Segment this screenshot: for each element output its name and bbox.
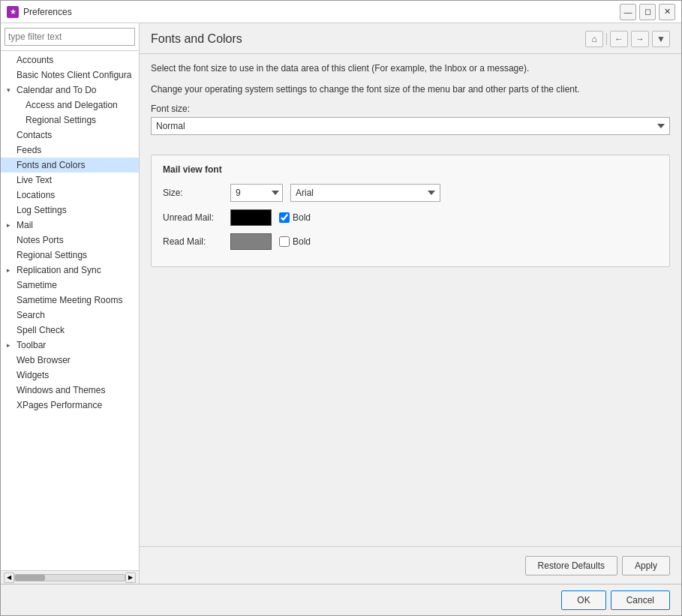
sidebar-label-spell-check: Spell Check xyxy=(17,325,65,335)
bottom-bar: Restore Defaults Apply xyxy=(140,546,681,584)
sidebar-item-regional-settings[interactable]: Regional Settings xyxy=(1,248,139,263)
sidebar-item-xpages[interactable]: XPages Performance xyxy=(1,398,139,413)
sidebar-label-fonts-colors: Fonts and Colors xyxy=(17,160,85,170)
panel-toolbar: ⌂ ← → ▼ xyxy=(585,31,670,47)
sidebar-item-notes-ports[interactable]: Notes Ports xyxy=(1,233,139,248)
window-controls: — ◻ ✕ xyxy=(620,4,675,20)
minimize-button[interactable]: — xyxy=(620,4,636,20)
unread-mail-label: Unread Mail: xyxy=(163,212,223,223)
sidebar-label-accounts: Accounts xyxy=(17,55,53,65)
scroll-left-btn[interactable]: ◀ xyxy=(4,572,14,583)
unread-color-swatch[interactable] xyxy=(230,209,272,226)
sidebar-scrollbar-area: ◀ ▶ xyxy=(1,570,139,584)
scroll-right-arrow[interactable]: ▶ xyxy=(125,572,136,583)
sidebar-label-live-text: Live Text xyxy=(17,175,52,185)
sidebar-item-live-text[interactable]: Live Text xyxy=(1,173,139,188)
sidebar-item-web-browser[interactable]: Web Browser xyxy=(1,353,139,368)
sidebar-item-basic-notes[interactable]: Basic Notes Client Configura xyxy=(1,68,139,83)
sidebar-item-spell-check[interactable]: Spell Check xyxy=(1,323,139,338)
size-select[interactable]: 7891011121416 xyxy=(230,184,283,202)
sidebar-label-windows-themes: Windows and Themes xyxy=(17,385,106,395)
sidebar-label-access-delegation: Access and Delegation xyxy=(26,100,118,110)
mail-view-title: Mail view font xyxy=(163,164,658,175)
scroll-left-arrow[interactable]: ◀ xyxy=(4,572,14,583)
size-label: Size: xyxy=(163,188,223,198)
mail-view-section: Mail view font Size: 7891011121416 Arial… xyxy=(151,155,670,267)
apply-button[interactable]: Apply xyxy=(622,556,670,575)
sidebar-item-access-delegation[interactable]: Access and Delegation xyxy=(1,98,139,113)
read-color-swatch[interactable] xyxy=(230,233,272,250)
sidebar-item-windows-themes[interactable]: Windows and Themes xyxy=(1,383,139,398)
unread-bold-text: Bold xyxy=(293,212,311,223)
read-mail-row: Read Mail: Bold xyxy=(163,233,658,250)
read-bold-checkbox[interactable] xyxy=(279,236,290,247)
font-size-select[interactable]: SmallNormalLargeExtra Large xyxy=(151,117,670,135)
sidebar-item-accounts[interactable]: Accounts xyxy=(1,53,139,68)
app-icon: ★ xyxy=(7,6,19,18)
home-button[interactable]: ⌂ xyxy=(585,31,603,47)
main-content: AccountsBasic Notes Client Configura▾Cal… xyxy=(1,23,681,584)
font-select[interactable]: ArialTimes New RomanCourier NewVerdanaTa… xyxy=(290,184,440,202)
sidebar-label-regional-settings-cal: Regional Settings xyxy=(26,115,96,125)
font-size-label: Font size: xyxy=(151,104,670,114)
sidebar-label-contacts: Contacts xyxy=(17,130,52,140)
title-bar: ★ Preferences — ◻ ✕ xyxy=(1,1,681,23)
scrollbar-thumb[interactable] xyxy=(15,575,45,581)
sidebar-label-search: Search xyxy=(17,310,45,320)
sidebar-item-widgets[interactable]: Widgets xyxy=(1,368,139,383)
sidebar-item-calendar[interactable]: ▾Calendar and To Do xyxy=(1,83,139,98)
back-button[interactable]: ← xyxy=(610,31,628,47)
read-mail-label: Read Mail: xyxy=(163,236,223,247)
dropdown-button[interactable]: ▼ xyxy=(652,31,670,47)
restore-defaults-button[interactable]: Restore Defaults xyxy=(525,556,617,575)
read-bold-label: Bold xyxy=(279,236,311,247)
sidebar-item-locations[interactable]: Locations xyxy=(1,188,139,203)
sidebar-item-sametime-meeting[interactable]: Sametime Meeting Rooms xyxy=(1,293,139,308)
sidebar-item-feeds[interactable]: Feeds xyxy=(1,143,139,158)
sidebar-item-regional-settings-cal[interactable]: Regional Settings xyxy=(1,113,139,128)
sidebar: AccountsBasic Notes Client Configura▾Cal… xyxy=(1,23,140,584)
expand-arrow-calendar: ▾ xyxy=(7,86,14,94)
unread-bold-checkbox[interactable] xyxy=(279,212,290,223)
sidebar-label-widgets: Widgets xyxy=(17,370,49,380)
panel-title: Fonts and Colors xyxy=(151,32,242,46)
sidebar-label-sametime-meeting: Sametime Meeting Rooms xyxy=(17,295,122,305)
sidebar-label-basic-notes: Basic Notes Client Configura xyxy=(17,70,131,80)
sidebar-item-sametime[interactable]: Sametime xyxy=(1,278,139,293)
ok-button[interactable]: OK xyxy=(561,590,605,610)
size-font-row: Size: 7891011121416 ArialTimes New Roman… xyxy=(163,184,658,202)
toolbar-separator xyxy=(606,33,607,45)
main-panel: Fonts and Colors ⌂ ← → ▼ Select the font… xyxy=(140,23,681,584)
sidebar-item-fonts-colors[interactable]: Fonts and Colors xyxy=(1,158,139,173)
sidebar-label-notes-ports: Notes Ports xyxy=(17,235,64,245)
sidebar-label-toolbar: Toolbar xyxy=(17,340,46,350)
expand-arrow-mail: ▸ xyxy=(7,221,14,229)
cancel-button[interactable]: Cancel xyxy=(611,590,670,610)
panel-header: Fonts and Colors ⌂ ← → ▼ xyxy=(140,23,681,54)
sidebar-label-log-settings: Log Settings xyxy=(17,205,67,215)
sidebar-item-search[interactable]: Search xyxy=(1,308,139,323)
sidebar-label-regional-settings: Regional Settings xyxy=(17,250,87,260)
close-button[interactable]: ✕ xyxy=(659,4,675,20)
sidebar-label-sametime: Sametime xyxy=(17,280,57,290)
sidebar-label-feeds: Feeds xyxy=(17,145,41,155)
panel-body: Select the font size to use in the data … xyxy=(140,54,681,546)
sidebar-label-xpages: XPages Performance xyxy=(17,400,102,410)
unread-mail-row: Unread Mail: Bold xyxy=(163,209,658,226)
sidebar-item-contacts[interactable]: Contacts xyxy=(1,128,139,143)
filter-input[interactable] xyxy=(5,28,135,46)
horizontal-scrollbar[interactable] xyxy=(14,574,125,581)
sidebar-label-locations: Locations xyxy=(17,190,55,200)
read-bold-text: Bold xyxy=(293,236,311,247)
sidebar-item-log-settings[interactable]: Log Settings xyxy=(1,203,139,218)
sidebar-item-replication-sync[interactable]: ▸Replication and Sync xyxy=(1,263,139,278)
restore-button[interactable]: ◻ xyxy=(639,4,656,20)
dialog-footer: OK Cancel xyxy=(1,584,681,615)
sidebar-item-mail[interactable]: ▸Mail xyxy=(1,218,139,233)
sidebar-label-web-browser: Web Browser xyxy=(17,355,71,365)
sidebar-item-toolbar[interactable]: ▸Toolbar xyxy=(1,338,139,353)
preferences-window: ★ Preferences — ◻ ✕ AccountsBasic Notes … xyxy=(0,0,682,616)
forward-button[interactable]: → xyxy=(631,31,649,47)
scroll-right-btn[interactable]: ▶ xyxy=(125,572,136,583)
sidebar-tree: AccountsBasic Notes Client Configura▾Cal… xyxy=(1,51,139,570)
